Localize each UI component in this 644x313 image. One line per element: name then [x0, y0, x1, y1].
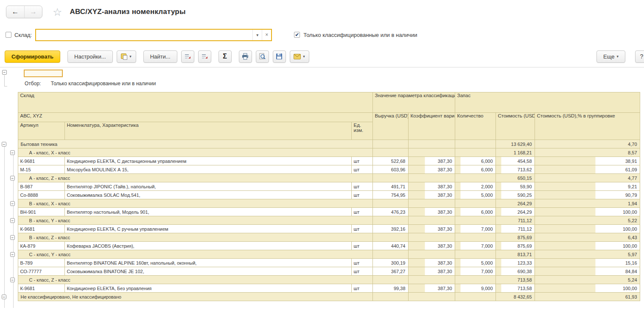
variation-cell[interactable] — [408, 250, 455, 259]
cost-cell[interactable]: 875,69 — [496, 233, 535, 242]
cost-pct-cell[interactable]: 6,43 — [535, 233, 640, 242]
cost-cell[interactable]: 711,12 — [496, 216, 535, 225]
nomenclature-cell[interactable]: Вентилятор JIPONIC (Тайв.), напольный, — [64, 182, 351, 191]
quantity-cell[interactable]: 9,000 — [455, 284, 496, 293]
revenue-cell[interactable]: 476,23 — [372, 208, 408, 216]
warehouse-clear-icon[interactable]: × — [262, 30, 271, 40]
send-mail-button[interactable]: ▾ — [290, 50, 309, 63]
cost-cell[interactable]: 59,90 — [496, 182, 535, 191]
variation-cell[interactable] — [408, 216, 455, 225]
group-label-cell[interactable]: В - класс, Z - класс — [18, 233, 372, 242]
cost-pct-cell[interactable]: 9,21 — [535, 182, 640, 191]
help-button[interactable]: ? — [635, 50, 644, 63]
revenue-cell[interactable] — [372, 148, 408, 157]
quantity-cell[interactable]: 6,000 — [455, 165, 496, 174]
variation-cell[interactable]: 387,30 — [408, 165, 455, 174]
header-revenue[interactable]: Выручка (USD) — [372, 113, 408, 140]
header-cost-pct[interactable]: Стоимость (USD),% в группировке — [535, 113, 640, 140]
revenue-cell[interactable] — [372, 174, 408, 182]
unit-cell[interactable]: шт — [351, 165, 372, 174]
group-collapse-toggle[interactable]: − — [2, 294, 6, 299]
artikul-cell[interactable]: В-789 — [18, 259, 64, 267]
cost-pct-cell[interactable]: 4,70 — [535, 140, 640, 148]
quantity-cell[interactable]: 7,000 — [455, 267, 496, 276]
cost-cell[interactable]: 875,69 — [496, 242, 535, 250]
unit-cell[interactable]: шт — [351, 267, 372, 276]
revenue-cell[interactable]: 300,19 — [372, 259, 408, 267]
cost-cell[interactable]: 8 432,65 — [496, 293, 535, 301]
unit-cell[interactable]: шт — [351, 182, 372, 191]
variation-cell[interactable]: 387,30 — [408, 267, 455, 276]
group-label-cell[interactable]: Не классифицировано, Не классифицировано — [18, 293, 372, 301]
header-stock-group[interactable]: Запас — [455, 92, 640, 113]
variation-cell[interactable] — [408, 199, 455, 208]
group-label-cell[interactable]: А - класс, Z - класс — [18, 174, 372, 182]
variation-cell[interactable] — [408, 174, 455, 182]
variation-cell[interactable]: 387,30 — [408, 225, 455, 233]
group-label-cell[interactable]: Бытовая техника — [18, 140, 372, 148]
cost-cell[interactable]: 713,58 — [496, 284, 535, 293]
report-collapse-toggle[interactable]: − — [2, 70, 7, 75]
cost-cell[interactable]: 264,29 — [496, 208, 535, 216]
quantity-cell[interactable] — [455, 250, 496, 259]
artikul-cell[interactable]: В-987 — [18, 182, 64, 191]
header-artikul[interactable]: Артикул — [18, 122, 64, 140]
variation-cell[interactable] — [408, 233, 455, 242]
cost-cell[interactable]: 713,62 — [496, 165, 535, 174]
header-nomenclature[interactable]: Номенклатура, Характеристика — [64, 122, 351, 140]
revenue-cell[interactable] — [372, 250, 408, 259]
cost-pct-cell[interactable]: 38,91 — [535, 157, 640, 165]
report-variants-button[interactable]: ▾ — [117, 50, 136, 63]
find-button[interactable]: Найти... — [143, 50, 177, 63]
nomenclature-cell[interactable]: Вентилятор BINATONE ALPINE 160вт, наполь… — [64, 259, 351, 267]
cost-pct-cell[interactable]: 5,24 — [535, 276, 640, 284]
header-variation[interactable]: Коэффициент вариации — [408, 113, 455, 140]
warehouse-label[interactable]: Склад: — [14, 32, 32, 38]
forward-button[interactable]: → — [24, 6, 42, 18]
quantity-cell[interactable]: 6,000 — [455, 208, 496, 216]
artikul-cell[interactable]: К-9681 — [18, 284, 64, 293]
group-collapse-toggle[interactable]: − — [10, 201, 15, 206]
warehouse-checkbox[interactable]: ✔ — [6, 32, 11, 38]
artikul-cell[interactable]: К-9681 — [18, 225, 64, 233]
preview-button[interactable] — [256, 50, 269, 63]
print-button[interactable] — [239, 50, 252, 63]
revenue-cell[interactable]: 522,68 — [372, 157, 408, 165]
cost-cell[interactable]: 590,25 — [496, 191, 535, 199]
variation-cell[interactable] — [408, 276, 455, 284]
header-class-param-group[interactable]: Значение параметра классификации — [372, 92, 455, 113]
quantity-cell[interactable] — [455, 276, 496, 284]
group-collapse-toggle[interactable]: − — [10, 252, 15, 257]
cost-pct-cell[interactable]: 61,09 — [535, 165, 640, 174]
cost-cell[interactable]: 13 629,40 — [496, 140, 535, 148]
sum-button[interactable]: Σ — [218, 50, 232, 63]
artikul-cell[interactable]: М-15 — [18, 165, 64, 174]
cost-cell[interactable]: 264,29 — [496, 199, 535, 208]
nomenclature-cell[interactable]: Кондиционер ELEKTA, С ручным управлением — [64, 225, 351, 233]
variation-cell[interactable]: 387,30 — [408, 259, 455, 267]
artikul-cell[interactable]: Со-8888 — [18, 191, 64, 199]
artikul-cell[interactable]: СО-77777 — [18, 267, 64, 276]
group-label-cell[interactable]: С - класс, Z - класс — [18, 276, 372, 284]
cost-pct-cell[interactable]: 100,00 — [535, 242, 640, 250]
save-button[interactable] — [273, 50, 286, 63]
active-cell[interactable] — [24, 70, 63, 77]
variation-cell[interactable]: 387,30 — [408, 157, 455, 165]
group-collapse-toggle[interactable]: − — [10, 150, 15, 155]
nomenclature-cell[interactable]: Кондиционер ELEKTA, С дистанционным упра… — [64, 157, 351, 165]
group-label-cell[interactable]: А - класс, X - класс — [18, 148, 372, 157]
quantity-cell[interactable] — [455, 140, 496, 148]
revenue-cell[interactable] — [372, 233, 408, 242]
group-label-cell[interactable]: В - класс, X - класс — [18, 199, 372, 208]
revenue-cell[interactable] — [372, 216, 408, 225]
quantity-cell[interactable] — [455, 293, 496, 301]
cost-pct-cell[interactable]: 84,84 — [535, 267, 640, 276]
variation-cell[interactable]: 387,30 — [408, 208, 455, 216]
cost-cell[interactable]: 711,12 — [496, 225, 535, 233]
quantity-cell[interactable]: 7,000 — [455, 225, 496, 233]
group-label-cell[interactable]: С - класс, Y - класс — [18, 250, 372, 259]
group-collapse-toggle[interactable]: − — [10, 176, 15, 180]
group-collapse-toggle[interactable]: − — [10, 277, 15, 282]
cost-pct-cell[interactable]: 100,00 — [535, 208, 640, 216]
revenue-cell[interactable]: 99,38 — [372, 284, 408, 293]
